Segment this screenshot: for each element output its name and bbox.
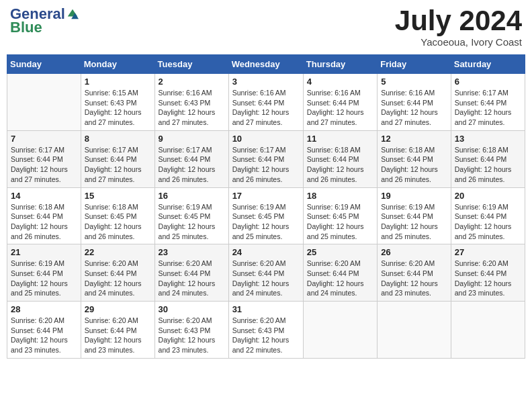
day-number: 22 — [85, 247, 151, 257]
calendar-cell: 23Sunrise: 6:20 AMSunset: 6:44 PMDayligh… — [154, 244, 228, 302]
calendar-cell: 1Sunrise: 6:15 AMSunset: 6:43 PMDaylight… — [81, 74, 154, 131]
day-number: 13 — [455, 134, 521, 144]
day-number: 31 — [232, 304, 300, 314]
day-info: Sunrise: 6:19 AMSunset: 6:44 PMDaylight:… — [455, 202, 521, 242]
calendar-cell: 2Sunrise: 6:16 AMSunset: 6:43 PMDaylight… — [154, 74, 228, 131]
day-info: Sunrise: 6:19 AMSunset: 6:45 PMDaylight:… — [307, 202, 373, 242]
title-block: July 2024 Yacoeoua, Ivory Coast — [395, 7, 522, 48]
day-info: Sunrise: 6:20 AMSunset: 6:44 PMDaylight:… — [455, 259, 521, 298]
calendar-cell: 19Sunrise: 6:19 AMSunset: 6:44 PMDayligh… — [378, 187, 451, 244]
day-number: 7 — [11, 134, 77, 144]
day-info: Sunrise: 6:16 AMSunset: 6:44 PMDaylight:… — [232, 88, 300, 128]
day-info: Sunrise: 6:20 AMSunset: 6:43 PMDaylight:… — [232, 316, 300, 355]
day-number: 25 — [307, 247, 373, 257]
calendar-cell: 28Sunrise: 6:20 AMSunset: 6:44 PMDayligh… — [7, 302, 81, 359]
logo-blue: Blue — [10, 19, 42, 36]
day-info: Sunrise: 6:17 AMSunset: 6:44 PMDaylight:… — [85, 145, 151, 185]
day-info: Sunrise: 6:20 AMSunset: 6:44 PMDaylight:… — [232, 259, 300, 298]
day-number: 24 — [232, 247, 300, 257]
day-number: 1 — [85, 77, 151, 87]
calendar-cell — [7, 74, 81, 131]
calendar-cell: 27Sunrise: 6:20 AMSunset: 6:44 PMDayligh… — [451, 244, 525, 302]
day-number: 16 — [159, 191, 225, 201]
day-info: Sunrise: 6:20 AMSunset: 6:44 PMDaylight:… — [381, 259, 447, 298]
column-header-monday: Monday — [81, 55, 154, 74]
day-info: Sunrise: 6:16 AMSunset: 6:43 PMDaylight:… — [159, 88, 225, 128]
month-year-title: July 2024 — [395, 7, 522, 35]
calendar-cell: 26Sunrise: 6:20 AMSunset: 6:44 PMDayligh… — [378, 244, 451, 302]
column-header-thursday: Thursday — [303, 55, 377, 74]
day-number: 2 — [159, 77, 225, 87]
day-number: 28 — [11, 304, 77, 314]
calendar-cell: 13Sunrise: 6:18 AMSunset: 6:44 PMDayligh… — [451, 130, 525, 187]
column-header-tuesday: Tuesday — [154, 55, 228, 74]
calendar-cell: 9Sunrise: 6:17 AMSunset: 6:44 PMDaylight… — [154, 130, 228, 187]
calendar-cell: 14Sunrise: 6:18 AMSunset: 6:44 PMDayligh… — [7, 187, 81, 244]
day-info: Sunrise: 6:16 AMSunset: 6:44 PMDaylight:… — [381, 88, 447, 128]
day-number: 26 — [381, 247, 447, 257]
day-number: 17 — [232, 191, 300, 201]
day-number: 14 — [11, 191, 77, 201]
day-info: Sunrise: 6:17 AMSunset: 6:44 PMDaylight:… — [232, 145, 300, 185]
calendar-cell: 20Sunrise: 6:19 AMSunset: 6:44 PMDayligh… — [451, 187, 525, 244]
day-info: Sunrise: 6:17 AMSunset: 6:44 PMDaylight:… — [455, 88, 521, 128]
day-info: Sunrise: 6:20 AMSunset: 6:44 PMDaylight:… — [85, 316, 151, 355]
day-info: Sunrise: 6:17 AMSunset: 6:44 PMDaylight:… — [11, 145, 77, 185]
day-number: 15 — [85, 191, 151, 201]
calendar-cell: 3Sunrise: 6:16 AMSunset: 6:44 PMDaylight… — [228, 74, 303, 131]
page-header: General Blue July 2024 Yacoeoua, Ivory C… — [7, 7, 525, 48]
logo-icon — [66, 8, 79, 20]
calendar-cell: 18Sunrise: 6:19 AMSunset: 6:45 PMDayligh… — [303, 187, 377, 244]
day-number: 21 — [11, 247, 77, 257]
calendar-week-row: 28Sunrise: 6:20 AMSunset: 6:44 PMDayligh… — [7, 302, 525, 359]
day-info: Sunrise: 6:18 AMSunset: 6:44 PMDaylight:… — [307, 145, 373, 185]
day-info: Sunrise: 6:15 AMSunset: 6:43 PMDaylight:… — [85, 88, 151, 128]
logo: General Blue — [10, 7, 79, 36]
calendar-cell: 24Sunrise: 6:20 AMSunset: 6:44 PMDayligh… — [228, 244, 303, 302]
calendar-cell: 30Sunrise: 6:20 AMSunset: 6:43 PMDayligh… — [154, 302, 228, 359]
day-number: 11 — [307, 134, 373, 144]
calendar-cell: 8Sunrise: 6:17 AMSunset: 6:44 PMDaylight… — [81, 130, 154, 187]
calendar-cell: 12Sunrise: 6:18 AMSunset: 6:44 PMDayligh… — [378, 130, 451, 187]
calendar-cell: 7Sunrise: 6:17 AMSunset: 6:44 PMDaylight… — [7, 130, 81, 187]
calendar-cell: 6Sunrise: 6:17 AMSunset: 6:44 PMDaylight… — [451, 74, 525, 131]
calendar-cell: 25Sunrise: 6:20 AMSunset: 6:44 PMDayligh… — [303, 244, 377, 302]
column-header-saturday: Saturday — [451, 55, 525, 74]
calendar-table: SundayMondayTuesdayWednesdayThursdayFrid… — [7, 54, 525, 359]
calendar-week-row: 21Sunrise: 6:19 AMSunset: 6:44 PMDayligh… — [7, 244, 525, 302]
day-info: Sunrise: 6:17 AMSunset: 6:44 PMDaylight:… — [159, 145, 225, 185]
column-header-friday: Friday — [378, 55, 451, 74]
calendar-cell — [378, 302, 451, 359]
day-info: Sunrise: 6:18 AMSunset: 6:44 PMDaylight:… — [11, 202, 77, 242]
calendar-cell: 4Sunrise: 6:16 AMSunset: 6:44 PMDaylight… — [303, 74, 377, 131]
day-number: 5 — [381, 77, 447, 87]
day-info: Sunrise: 6:16 AMSunset: 6:44 PMDaylight:… — [307, 88, 373, 128]
day-info: Sunrise: 6:19 AMSunset: 6:45 PMDaylight:… — [232, 202, 300, 242]
calendar-week-row: 1Sunrise: 6:15 AMSunset: 6:43 PMDaylight… — [7, 74, 525, 131]
day-number: 20 — [455, 191, 521, 201]
day-number: 12 — [381, 134, 447, 144]
calendar-cell: 31Sunrise: 6:20 AMSunset: 6:43 PMDayligh… — [228, 302, 303, 359]
day-number: 29 — [85, 304, 151, 314]
calendar-cell: 22Sunrise: 6:20 AMSunset: 6:44 PMDayligh… — [81, 244, 154, 302]
day-info: Sunrise: 6:18 AMSunset: 6:44 PMDaylight:… — [381, 145, 447, 185]
calendar-cell: 17Sunrise: 6:19 AMSunset: 6:45 PMDayligh… — [228, 187, 303, 244]
day-number: 23 — [159, 247, 225, 257]
calendar-cell: 15Sunrise: 6:18 AMSunset: 6:45 PMDayligh… — [81, 187, 154, 244]
day-number: 6 — [455, 77, 521, 87]
calendar-cell: 11Sunrise: 6:18 AMSunset: 6:44 PMDayligh… — [303, 130, 377, 187]
calendar-week-row: 14Sunrise: 6:18 AMSunset: 6:44 PMDayligh… — [7, 187, 525, 244]
calendar-cell: 29Sunrise: 6:20 AMSunset: 6:44 PMDayligh… — [81, 302, 154, 359]
calendar-cell: 5Sunrise: 6:16 AMSunset: 6:44 PMDaylight… — [378, 74, 451, 131]
day-info: Sunrise: 6:20 AMSunset: 6:44 PMDaylight:… — [159, 259, 225, 298]
day-info: Sunrise: 6:18 AMSunset: 6:45 PMDaylight:… — [85, 202, 151, 242]
day-info: Sunrise: 6:20 AMSunset: 6:44 PMDaylight:… — [307, 259, 373, 298]
day-number: 30 — [159, 304, 225, 314]
day-number: 3 — [232, 77, 300, 87]
calendar-cell: 16Sunrise: 6:19 AMSunset: 6:45 PMDayligh… — [154, 187, 228, 244]
day-number: 9 — [159, 134, 225, 144]
day-number: 27 — [455, 247, 521, 257]
calendar-cell — [451, 302, 525, 359]
location-subtitle: Yacoeoua, Ivory Coast — [395, 36, 522, 48]
day-info: Sunrise: 6:19 AMSunset: 6:44 PMDaylight:… — [11, 259, 77, 298]
